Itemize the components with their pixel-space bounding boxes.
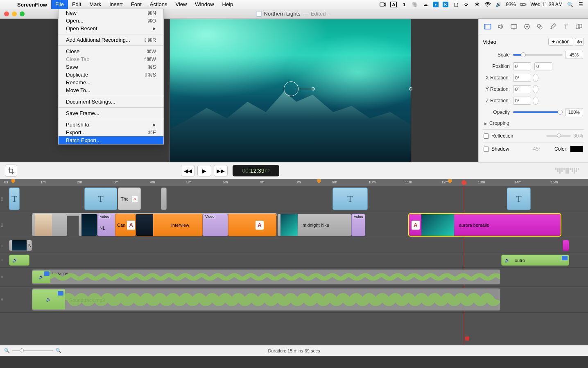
menu-item-open[interactable]: Open...⌘O — [59, 17, 163, 25]
k-icon[interactable]: K — [443, 2, 448, 7]
inspector-tab-text[interactable] — [560, 22, 572, 32]
menu-view[interactable]: View — [171, 0, 191, 9]
menu-item-publish-to[interactable]: Publish to▶ — [59, 121, 163, 129]
play-button[interactable]: ▶ — [197, 165, 211, 176]
clip-video[interactable]: Video — [351, 214, 365, 236]
window-close-button[interactable] — [4, 11, 9, 16]
evernote-icon[interactable]: 🐘 — [412, 1, 418, 8]
track-handle[interactable]: ≡≡ — [1, 197, 3, 201]
menu-item-save-frame[interactable]: Save Frame... — [59, 109, 163, 117]
crop-tool-button[interactable] — [5, 165, 17, 177]
position-y-input[interactable]: 0 — [534, 62, 552, 70]
menu-mark[interactable]: Mark — [85, 0, 105, 9]
zrot-dial[interactable] — [533, 97, 538, 105]
zoom-out-icon[interactable]: 🔍 — [4, 348, 10, 353]
preview-canvas[interactable] — [170, 19, 411, 162]
clip-text[interactable]: T — [84, 187, 117, 210]
menu-font[interactable]: Font — [127, 0, 146, 9]
clip-media[interactable]: N — [9, 240, 32, 251]
menu-window[interactable]: Window — [191, 0, 218, 9]
scale-slider[interactable] — [513, 54, 563, 56]
inspector-tab-screen[interactable] — [508, 22, 520, 32]
track-handle[interactable]: ≡ — [1, 245, 3, 246]
clip-midnight-hike[interactable]: midnight hike — [278, 214, 351, 236]
clip-media[interactable]: A — [228, 214, 276, 236]
shadow-checkbox[interactable] — [484, 147, 489, 152]
clip-outro[interactable]: 🔊outro — [501, 255, 569, 266]
clip-text[interactable]: T — [332, 187, 368, 210]
airplay-icon[interactable]: ▢ — [452, 1, 459, 8]
position-x-input[interactable]: 0 — [513, 62, 531, 70]
rewind-button[interactable]: ◀◀ — [181, 165, 195, 176]
reflection-checkbox[interactable] — [484, 133, 489, 139]
menu-item-document-settings[interactable]: Document Settings... — [59, 98, 163, 106]
window-title[interactable]: Northern Lights — [264, 11, 301, 17]
sync-icon[interactable]: ⟳ — [463, 1, 470, 8]
inspector-tab-media[interactable] — [573, 22, 585, 32]
wifi-icon[interactable] — [484, 1, 491, 8]
clip-audio-marker[interactable]: 🔊 — [9, 255, 29, 266]
marker[interactable] — [448, 179, 452, 183]
inspector-tab-callout[interactable] — [521, 22, 533, 32]
xrot-input[interactable]: 0° — [513, 74, 531, 82]
menu-item-move-to[interactable]: Move To... — [59, 86, 163, 94]
menu-item-duplicate[interactable]: Duplicate⇧⌘S — [59, 71, 163, 79]
marker[interactable] — [317, 179, 321, 183]
clip-text[interactable]: T — [507, 187, 531, 210]
clip-spacer[interactable] — [161, 187, 167, 210]
opacity-slider[interactable] — [513, 111, 563, 113]
clip-narration[interactable]: 🔊 narration — [32, 269, 500, 284]
clip-media[interactable] — [79, 214, 97, 236]
clip-text[interactable]: T — [9, 187, 20, 210]
shadow-color-swatch[interactable] — [570, 146, 583, 152]
track-narration[interactable]: ≡ 🔊 narration — [0, 268, 588, 287]
zoom-in-icon[interactable]: 🔍 — [56, 348, 61, 353]
cropping-disclosure[interactable]: Cropping — [479, 118, 588, 129]
selection-rotate-handle[interactable] — [284, 81, 299, 96]
inspector-tab-touch[interactable] — [534, 22, 545, 32]
notification-center-icon[interactable]: ☰ — [577, 1, 584, 8]
menu-item-close[interactable]: Close⌘W — [59, 47, 163, 55]
inspector-tab-audio[interactable] — [495, 22, 507, 32]
forward-button[interactable]: ▶▶ — [214, 165, 228, 176]
clock[interactable]: Wed 11:38 AM — [531, 2, 563, 7]
menu-item-save[interactable]: Save⌘S — [59, 63, 163, 71]
one-icon[interactable]: 1 — [401, 1, 407, 8]
clip-media[interactable] — [563, 240, 569, 251]
yrot-dial[interactable] — [533, 85, 538, 93]
opacity-value[interactable]: 100% — [565, 108, 583, 116]
track-soundtrack[interactable]: ≡≡ 🔊 Soundtrack.mp3 — [0, 287, 588, 313]
end-marker[interactable] — [465, 336, 469, 341]
track-handle[interactable]: ≡≡ — [1, 224, 3, 227]
inspector-tab-video[interactable] — [482, 22, 493, 32]
menu-insert[interactable]: Insert — [105, 0, 127, 9]
cloud-icon[interactable]: ☁ — [422, 1, 429, 8]
clip-media[interactable] — [32, 214, 67, 236]
inspector-gear-button[interactable]: ✻▾ — [575, 38, 584, 46]
zrot-input[interactable]: 0° — [513, 97, 531, 105]
timeline[interactable]: 0s1m2m3m4m5m6m7m8m9m10m11m12m13m14m15m ≡… — [0, 179, 588, 345]
timecode-display[interactable]: 00:12:3902 — [233, 165, 279, 176]
inspector-tab-annotation[interactable] — [547, 22, 559, 32]
clip-aurora-borealis[interactable]: A aurora borealis — [409, 214, 561, 236]
clip-video[interactable]: Video — [203, 214, 228, 236]
track-outro[interactable]: ≡ 🔊 🔊outro — [0, 253, 588, 268]
menu-item-batch-export[interactable]: Batch Export... — [59, 136, 163, 144]
track-handle[interactable]: ≡ — [1, 260, 3, 261]
window-minimize-button[interactable] — [12, 11, 17, 16]
clip-media[interactable]: CanA — [115, 214, 136, 236]
menu-file[interactable]: File — [51, 0, 68, 9]
menu-help[interactable]: Help — [218, 0, 237, 9]
track-handle[interactable]: ≡≡ — [1, 298, 3, 301]
window-maximize-button[interactable] — [20, 11, 25, 16]
clip-soundtrack[interactable]: 🔊 Soundtrack.mp3 — [32, 288, 500, 311]
selection-handle[interactable] — [312, 87, 315, 90]
box-icon[interactable]: ▸ — [433, 2, 439, 7]
track-text[interactable]: ≡≡ T T TheA T T — [0, 186, 588, 212]
menu-item-add-recording[interactable]: Add Additional Recording...⇧⌘R — [59, 36, 163, 44]
zoom-slider[interactable] — [12, 350, 53, 351]
battery-icon[interactable] — [520, 1, 527, 8]
clip-text-label[interactable]: TheA — [118, 187, 141, 210]
marker-in[interactable] — [11, 179, 15, 183]
volume-icon[interactable]: 🔊 — [495, 1, 502, 8]
